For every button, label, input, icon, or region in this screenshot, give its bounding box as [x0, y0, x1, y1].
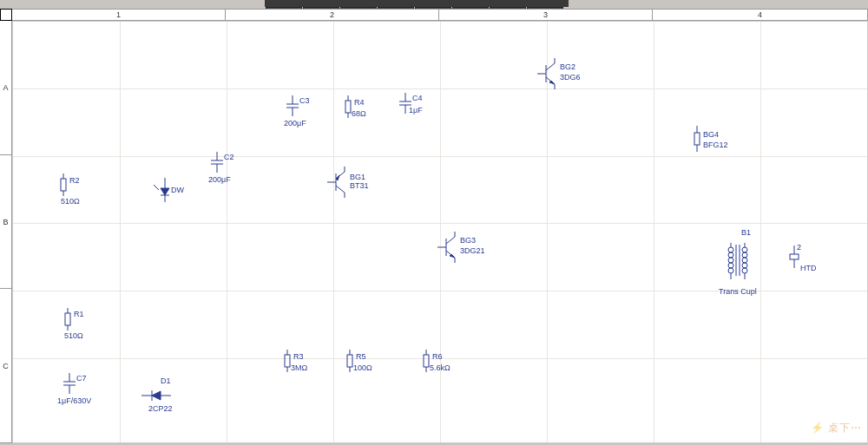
val-label: 3MΩ [291, 364, 307, 373]
ruler-col: 4 [653, 10, 868, 20]
ref-label: DW [171, 187, 184, 195]
svg-rect-46 [65, 313, 70, 325]
svg-line-37 [446, 237, 455, 244]
svg-point-71 [742, 247, 747, 252]
ref-label: R2 [69, 177, 80, 186]
svg-rect-81 [790, 254, 799, 259]
val-label: Trans Cupl [719, 288, 757, 297]
svg-marker-4 [161, 188, 169, 195]
svg-rect-43 [694, 133, 700, 145]
ruler-col: 1 [12, 10, 226, 20]
val-label: 200μF [284, 120, 306, 128]
svg-point-65 [728, 252, 733, 258]
svg-rect-59 [347, 355, 352, 367]
svg-line-30 [546, 63, 555, 70]
svg-marker-41 [450, 254, 455, 258]
val-label: 510Ω [64, 332, 83, 341]
svg-point-68 [728, 268, 733, 273]
ref-label: R4 [354, 99, 365, 108]
val-label: BFG12 [703, 141, 728, 150]
ruler-columns: 1 2 3 4 [12, 9, 868, 21]
ref-label: C4 [412, 95, 423, 103]
title-bar-segments [265, 0, 569, 7]
ref-label: R5 [356, 353, 366, 362]
svg-marker-27 [336, 175, 339, 180]
svg-rect-62 [424, 355, 429, 367]
svg-line-25 [336, 186, 345, 193]
ruler-col: 2 [226, 10, 439, 20]
ref-label: C7 [76, 375, 87, 383]
val-label: 510Ω [61, 198, 80, 206]
ruler-row: C [0, 289, 11, 443]
ref-label: BG2 [560, 63, 575, 72]
ref-label: R3 [293, 353, 304, 362]
svg-rect-56 [285, 355, 290, 367]
ruler-row: B [0, 155, 11, 290]
pin-label: 2 [797, 244, 801, 252]
ref-label: BG3 [460, 237, 476, 245]
schematic-canvas[interactable]: R2 510Ω DW C2 200μF C3 200μF R4 68Ω C4 1… [12, 21, 868, 443]
ref-label: R1 [74, 311, 84, 319]
watermark: ⚡ 桌下⋯ [811, 421, 862, 435]
val-label: 100Ω [353, 364, 372, 373]
val-label: 1μF [409, 107, 423, 115]
ref-label: D1 [161, 377, 171, 386]
ref-label: C2 [224, 154, 234, 162]
val-label: 5.6kΩ [430, 364, 450, 373]
ref-label: R6 [432, 353, 443, 362]
val-label: 1μF/630V [57, 397, 91, 406]
val-label: 68Ω [352, 110, 366, 119]
svg-point-66 [728, 258, 733, 263]
val-label: BT31 [350, 182, 369, 191]
ref-label: C3 [299, 97, 310, 106]
svg-rect-15 [345, 101, 351, 113]
svg-point-72 [742, 252, 747, 258]
ref-label: HTD [800, 265, 817, 273]
ruler-rows: A B C [0, 21, 12, 443]
svg-rect-1 [61, 179, 66, 191]
svg-point-64 [728, 247, 733, 252]
svg-point-74 [742, 263, 747, 268]
svg-marker-34 [549, 81, 555, 84]
svg-marker-53 [152, 391, 161, 400]
ruler-corner [0, 9, 12, 21]
ref-label: BG4 [703, 131, 719, 140]
val-label: 3DG6 [560, 74, 581, 82]
val-label: 3DG21 [460, 247, 485, 256]
val-label: 2CP22 [148, 405, 173, 414]
svg-point-75 [742, 268, 747, 273]
val-label: 200μF [208, 176, 231, 185]
ref-label: B1 [741, 229, 751, 238]
ruler-row: A [0, 21, 11, 155]
svg-point-67 [728, 263, 733, 268]
ruler-col: 3 [439, 10, 653, 20]
svg-point-73 [742, 258, 747, 263]
